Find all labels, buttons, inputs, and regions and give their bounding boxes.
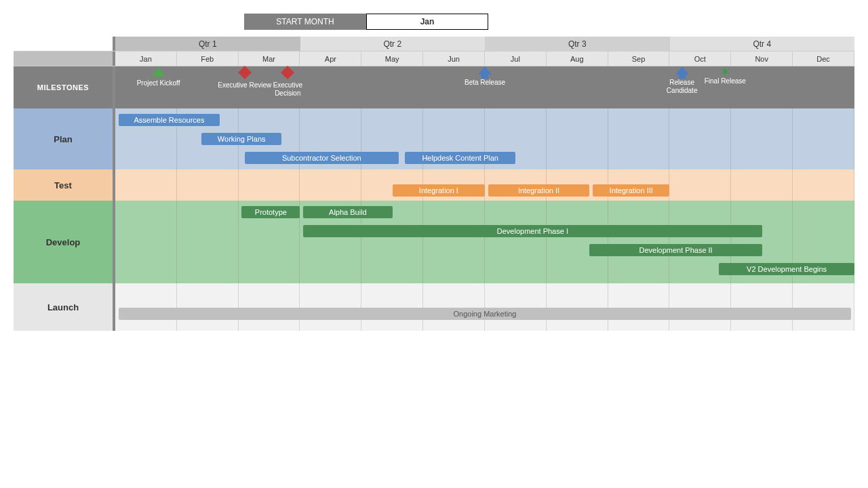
task-bar[interactable]: Prototype [241, 206, 300, 218]
month-jun: Jun [423, 52, 485, 66]
task-bar[interactable]: Helpdesk Content Plan [405, 152, 516, 164]
start-month-select[interactable]: Jan [366, 14, 488, 30]
milestone: Project Kickoff [132, 66, 186, 87]
swimlane-plan-label: Plan [14, 108, 115, 169]
month-nov: Nov [731, 52, 793, 66]
task-bar[interactable]: Development Phase I [303, 225, 762, 237]
swimlane-develop-label: Develop [14, 201, 115, 283]
task-bar[interactable]: Development Phase II [589, 244, 762, 256]
month-oct: Oct [669, 52, 731, 66]
month-feb: Feb [177, 52, 239, 66]
task-bar[interactable]: Integration II [488, 184, 590, 197]
diamond-icon [238, 66, 252, 79]
swimlane-launch: Launch Ongoing Marketing [14, 283, 854, 331]
milestone: ✶Final Release [698, 66, 752, 85]
task-bar[interactable]: Ongoing Marketing [119, 308, 852, 320]
month-may: May [361, 52, 423, 66]
lane-develop-area: PrototypeAlpha BuildDevelopment Phase ID… [115, 201, 854, 283]
lane-launch-area: Ongoing Marketing [115, 283, 854, 331]
star-icon: ✶ [698, 66, 752, 77]
month-aug: Aug [547, 52, 608, 66]
start-month-label: START MONTH [244, 14, 366, 30]
start-month-control: START MONTH Jan [244, 14, 854, 30]
task-bar[interactable]: Subcontractor Selection [245, 152, 399, 164]
task-bar[interactable]: Integration I [393, 184, 485, 197]
month-sep: Sep [608, 52, 670, 66]
month-dec: Dec [793, 52, 854, 66]
swimlane-launch-label: Launch [14, 283, 115, 331]
gantt-chart: START MONTH Jan Qtr 1 Qtr 2 Qtr 3 Qtr 4 … [14, 14, 854, 331]
month-mar: Mar [239, 52, 300, 66]
quarter-3: Qtr 3 [485, 37, 670, 51]
milestones-area: Project KickoffExecutive ReviewExecutive… [115, 66, 854, 108]
diamond-icon [281, 66, 294, 79]
lane-test-area: Integration IIntegration IIIntegration I… [115, 169, 854, 201]
swimlane-develop: Develop PrototypeAlpha BuildDevelopment … [14, 201, 854, 283]
milestones-label: MILESTONES [14, 66, 115, 108]
milestone-label: Project Kickoff [132, 79, 186, 87]
quarter-4: Qtr 4 [670, 37, 855, 51]
milestone-label: Executive Decision [260, 81, 315, 98]
arrow-icon [675, 66, 689, 75]
swimlane-plan: Plan Assemble ResourcesWorking PlansSubc… [14, 108, 854, 169]
milestone-label: Beta Release [458, 79, 512, 87]
milestones-row: MILESTONES Project KickoffExecutive Revi… [14, 66, 854, 108]
task-bar[interactable]: Assemble Resources [119, 114, 220, 126]
month-jan: Jan [115, 52, 177, 66]
task-bar[interactable]: Working Plans [201, 133, 281, 145]
milestone-label: Final Release [698, 77, 752, 85]
quarter-2: Qtr 2 [300, 37, 486, 51]
swimlane-test-label: Test [14, 169, 115, 201]
milestone: Executive Decision [260, 66, 315, 98]
lane-plan-area: Assemble ResourcesWorking PlansSubcontra… [115, 108, 854, 169]
task-bar[interactable]: Integration III [593, 184, 670, 197]
task-bar[interactable]: V2 Development Begins [719, 263, 854, 275]
month-apr: Apr [300, 52, 361, 66]
month-jul: Jul [485, 52, 547, 66]
arrow-icon [478, 66, 492, 75]
task-bar[interactable]: Alpha Build [303, 206, 393, 218]
quarters-gutter [14, 37, 115, 51]
months-gutter [14, 52, 115, 66]
quarter-1: Qtr 1 [115, 37, 300, 51]
triangle-icon [153, 66, 165, 77]
milestone: Beta Release [458, 66, 512, 87]
quarters-header: Qtr 1 Qtr 2 Qtr 3 Qtr 4 [14, 37, 854, 52]
swimlane-test: Test Integration IIntegration IIIntegrat… [14, 169, 854, 201]
